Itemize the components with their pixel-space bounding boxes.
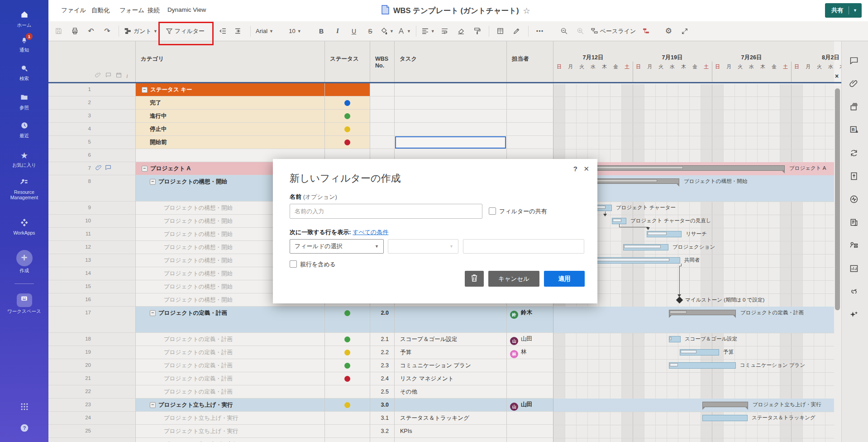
task-cell-1[interactable]	[395, 83, 507, 96]
category-cell-25[interactable]: プロジェクト立ち上げ・実行	[136, 425, 325, 438]
row-header-22[interactable]: 22	[48, 385, 136, 399]
gantt-task-bar[interactable]	[669, 336, 681, 342]
more-button[interactable]: ⋯	[532, 25, 548, 38]
row-header-14[interactable]: 14	[48, 267, 136, 280]
wbs-cell-23[interactable]: 3.0	[370, 399, 395, 412]
task-cell-21[interactable]: リスク マネジメント	[395, 372, 507, 385]
sidebar-item-star[interactable]: ★お気に入り	[0, 150, 48, 168]
row-header-17[interactable]: 17	[48, 307, 136, 333]
category-cell-21[interactable]: プロジェクトの定義・計画	[136, 372, 325, 385]
category-cell-4[interactable]: 停止中	[136, 123, 325, 136]
publish-panel-button[interactable]	[849, 172, 858, 183]
gantt-task-bar[interactable]	[702, 415, 748, 421]
row-header-8[interactable]: 8	[48, 175, 136, 202]
status-cell-21[interactable]	[325, 372, 370, 385]
status-cell-1[interactable]	[325, 83, 370, 96]
share-button[interactable]: 共有▼	[825, 3, 862, 18]
row-header-16[interactable]: 16	[48, 293, 136, 307]
field-select-dropdown[interactable]: フィールドの選択▼	[290, 239, 384, 254]
clear-format-button[interactable]	[453, 25, 469, 38]
row-header-15[interactable]: 15	[48, 280, 136, 293]
category-cell-22[interactable]: プロジェクトの定義・計画	[136, 385, 325, 399]
menu-4[interactable]: Dynamic View	[167, 6, 206, 13]
zoom-out-button[interactable]	[556, 25, 572, 38]
wbs-cell-21[interactable]: 2.4	[370, 372, 395, 385]
assignee-cell-18[interactable]: 山山田	[507, 333, 553, 346]
fill-color-button[interactable]: ▼	[378, 25, 396, 38]
sidebar-item-home[interactable]: ホーム	[0, 10, 48, 28]
status-cell-17[interactable]	[325, 307, 370, 333]
category-cell-20[interactable]: プロジェクトの定義・計画	[136, 359, 325, 372]
vertical-scrollbar[interactable]	[834, 86, 841, 442]
strikethrough-button[interactable]: S	[362, 25, 378, 38]
row-header-26[interactable]	[48, 438, 136, 442]
scrollbar-thumb[interactable]	[835, 88, 840, 310]
gantt-task-bar[interactable]	[623, 244, 668, 250]
menu-2[interactable]: フォーム	[119, 6, 144, 14]
format-painter-button[interactable]	[469, 25, 486, 38]
row-header-4[interactable]: 4	[48, 123, 136, 136]
paperclip-panel-button[interactable]	[849, 79, 858, 90]
row-header-20[interactable]: 20	[48, 359, 136, 372]
sidebar-item-bell[interactable]: 通知1	[0, 35, 48, 53]
collapse-icon[interactable]: −	[142, 87, 148, 93]
status-cell-26[interactable]	[325, 438, 370, 442]
wbs-cell-1[interactable]	[370, 83, 395, 96]
undo-button[interactable]: ↶	[83, 25, 99, 38]
wbs-cell-19[interactable]: 2.2	[370, 346, 395, 359]
wrap-text-button[interactable]	[437, 25, 453, 38]
collapse-icon[interactable]: −	[150, 310, 156, 316]
chart-panel-button[interactable]	[849, 264, 858, 275]
status-cell-18[interactable]	[325, 333, 370, 346]
gantt-summary-bar[interactable]	[669, 310, 736, 315]
collapse-icon[interactable]: −	[150, 179, 156, 185]
outdent-button[interactable]	[215, 25, 231, 38]
underline-button[interactable]: U	[346, 25, 362, 38]
assignee-cell-24[interactable]	[507, 412, 553, 425]
wbs-cell-2[interactable]	[370, 96, 395, 110]
status-cell-2[interactable]	[325, 96, 370, 110]
row-header-21[interactable]: 21	[48, 372, 136, 385]
star-outline-icon[interactable]: ☆	[523, 6, 530, 16]
sidebar-help-button[interactable]: ?	[0, 423, 48, 436]
assignee-cell-19[interactable]: 林林	[507, 346, 553, 359]
highlight-changes-button[interactable]	[509, 25, 525, 38]
summary-panel-button[interactable]	[849, 218, 858, 229]
sidebar-item-folder[interactable]: 参照	[0, 93, 48, 110]
row-header-12[interactable]: 12	[48, 241, 136, 254]
dialog-help-icon[interactable]: ?	[573, 165, 577, 173]
assignee-cell-1[interactable]	[507, 83, 553, 96]
status-cell-4[interactable]	[325, 123, 370, 136]
category-cell-26[interactable]: プロジェクト立ち上げ・実行	[136, 438, 325, 442]
expand-view-button[interactable]	[677, 25, 693, 38]
assignee-cell-25[interactable]	[507, 425, 553, 438]
status-cell-20[interactable]	[325, 359, 370, 372]
row-header-6[interactable]: 6	[48, 149, 136, 162]
row-header-1[interactable]: 1	[48, 83, 136, 96]
sidebar-item-clock[interactable]: 最近	[0, 121, 48, 138]
task-cell-22[interactable]: その他	[395, 385, 507, 399]
collapse-icon[interactable]: −	[150, 402, 156, 408]
wbs-cell-22[interactable]: 2.5	[370, 385, 395, 399]
sidebar-item-people[interactable]: ResourceManagement	[0, 178, 48, 200]
include-parent-checkbox[interactable]	[290, 260, 297, 268]
comment-icon[interactable]	[105, 164, 111, 172]
task-column-header[interactable]: タスク	[395, 41, 507, 83]
all-conditions-link[interactable]: すべての条件	[353, 229, 388, 235]
gantt-task-bar[interactable]	[612, 218, 626, 224]
collapse-icon[interactable]: −	[142, 166, 148, 172]
share-filter-checkbox[interactable]	[489, 207, 496, 215]
category-cell-24[interactable]: プロジェクト立ち上げ・実行	[136, 412, 325, 425]
menu-0[interactable]: ファイル	[61, 6, 86, 14]
task-cell-4[interactable]	[395, 123, 507, 136]
wbs-cell-3[interactable]	[370, 110, 395, 123]
task-cell-18[interactable]: スコープ＆ゴール設定	[395, 333, 507, 346]
category-cell-18[interactable]: プロジェクトの定義・計画	[136, 333, 325, 346]
row-header-7[interactable]: 7	[48, 162, 136, 175]
status-cell-22[interactable]	[325, 385, 370, 399]
dialog-close-icon[interactable]: ✕	[583, 165, 589, 173]
filter-name-input[interactable]	[290, 204, 482, 219]
wbs-cell-5[interactable]	[370, 136, 395, 149]
assignee-cell-17[interactable]: 鈴鈴木	[507, 307, 553, 333]
row-header-19[interactable]: 19	[48, 346, 136, 359]
